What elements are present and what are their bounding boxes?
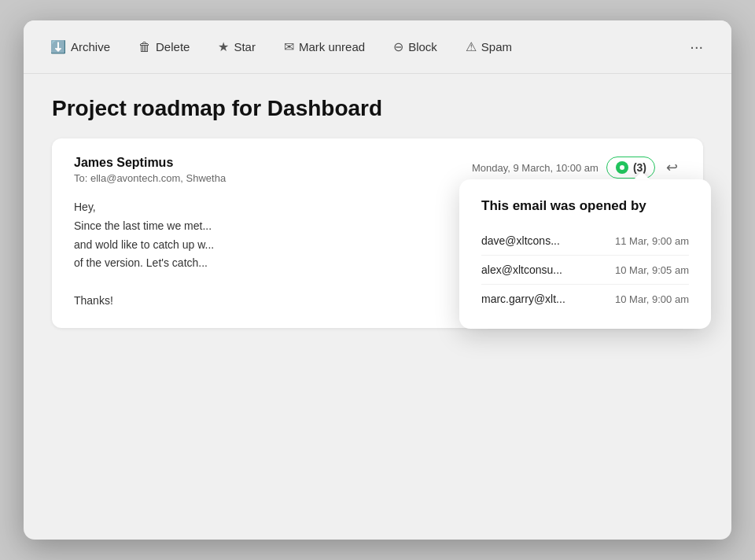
spam-button[interactable]: ⚠ Spam xyxy=(461,36,517,57)
sender-name: James Septimus xyxy=(74,156,226,170)
block-icon: ⊖ xyxy=(393,39,403,54)
star-label: Star xyxy=(234,40,256,53)
eye-circle xyxy=(616,161,628,174)
block-label: Block xyxy=(408,40,437,53)
archive-button[interactable]: ⬇️ Archive xyxy=(46,36,115,57)
email-meta: Monday, 9 March, 10:00 am (3) ↩ xyxy=(472,156,681,179)
email-card: James Septimus To: ella@avontech.com, Sh… xyxy=(52,138,703,328)
star-button[interactable]: ★ Star xyxy=(213,36,260,57)
reply-icon: ↩ xyxy=(666,160,678,175)
delete-icon: 🗑 xyxy=(138,40,151,54)
archive-icon: ⬇️ xyxy=(50,39,66,54)
spam-label: Spam xyxy=(481,40,512,53)
eye-icon xyxy=(615,160,629,175)
mark-unread-icon: ✉ xyxy=(284,39,294,54)
open-email-2: marc.garry@xlt... xyxy=(481,293,565,305)
more-label: ··· xyxy=(690,38,703,55)
opens-list: dave@xltcons...11 Mar, 9:00 amalex@xltco… xyxy=(481,227,689,313)
mark-unread-label: Mark unread xyxy=(299,40,365,53)
toolbar: ⬇️ Archive 🗑 Delete ★ Star ✉ Mark unread… xyxy=(24,20,731,74)
star-icon: ★ xyxy=(218,39,229,54)
open-tooltip-popup: This email was opened by dave@xltcons...… xyxy=(459,179,711,329)
sender-to: To: ella@avontech.com, Shwetha xyxy=(74,172,226,184)
open-email-1: alex@xltconsu... xyxy=(481,263,562,276)
eye-pupil xyxy=(620,165,624,170)
delete-button[interactable]: 🗑 Delete xyxy=(134,37,194,57)
reply-button[interactable]: ↩ xyxy=(663,156,681,179)
open-row: alex@xltconsu...10 Mar, 9:05 am xyxy=(481,255,689,284)
tooltip-arrow xyxy=(634,171,650,179)
email-date: Monday, 9 March, 10:00 am xyxy=(472,162,598,174)
email-content: Project roadmap for Dashboard James Sept… xyxy=(24,74,731,540)
email-subject: Project roadmap for Dashboard xyxy=(52,96,703,121)
open-time-0: 11 Mar, 9:00 am xyxy=(615,235,689,247)
open-time-2: 10 Mar, 9:00 am xyxy=(615,293,689,305)
sender-block: James Septimus To: ella@avontech.com, Sh… xyxy=(74,156,226,184)
mark-unread-button[interactable]: ✉ Mark unread xyxy=(279,36,370,57)
block-button[interactable]: ⊖ Block xyxy=(389,36,442,57)
delete-label: Delete xyxy=(156,40,190,53)
spam-icon: ⚠ xyxy=(466,39,477,54)
tooltip-title: This email was opened by xyxy=(481,198,689,214)
archive-label: Archive xyxy=(71,40,110,53)
open-email-0: dave@xltcons... xyxy=(481,234,560,247)
open-row: marc.garry@xlt...10 Mar, 9:00 am xyxy=(481,284,689,313)
open-row: dave@xltcons...11 Mar, 9:00 am xyxy=(481,227,689,255)
more-button[interactable]: ··· xyxy=(683,35,709,59)
email-window: ⬇️ Archive 🗑 Delete ★ Star ✉ Mark unread… xyxy=(24,20,731,540)
open-time-1: 10 Mar, 9:05 am xyxy=(615,264,689,276)
